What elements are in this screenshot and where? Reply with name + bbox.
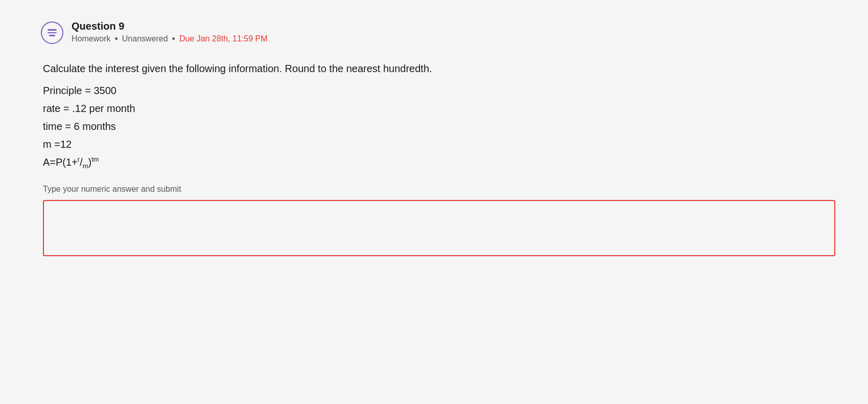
answer-input[interactable] [43, 200, 835, 256]
question-params: Principle = 3500 rate = .12 per month ti… [43, 82, 837, 172]
icon-inner [48, 29, 57, 36]
question-icon [41, 21, 63, 44]
category-label: Homework [72, 34, 110, 43]
status-badge: Unanswered [122, 34, 168, 43]
icon-line-1 [48, 29, 57, 31]
formula-sub: m [83, 162, 88, 170]
dot-1: • [114, 34, 118, 43]
icon-line-3 [49, 35, 55, 36]
formula-exp: tm [91, 155, 99, 163]
param-principle: Principle = 3500 [43, 82, 837, 100]
formula: A=P(1+r/m)tm [43, 153, 837, 172]
formula-sup: r [78, 155, 80, 163]
question-header: Question 9 Homework • Unanswered • Due J… [41, 20, 837, 44]
param-time: time = 6 months [43, 118, 837, 136]
param-m: m =12 [43, 136, 837, 153]
due-date: Due Jan 28th, 11:59 PM [179, 34, 268, 43]
icon-line-2 [48, 32, 57, 34]
param-rate: rate = .12 per month [43, 100, 837, 118]
question-subtitle: Homework • Unanswered • Due Jan 28th, 11… [72, 34, 267, 43]
question-body: Calculate the interest given the followi… [41, 60, 837, 258]
dot-2: • [172, 34, 175, 43]
question-meta: Question 9 Homework • Unanswered • Due J… [72, 20, 267, 43]
question-instruction: Calculate the interest given the followi… [43, 60, 837, 77]
question-title: Question 9 [72, 20, 267, 32]
page-container: Question 9 Homework • Unanswered • Due J… [0, 0, 868, 404]
answer-prompt: Type your numeric answer and submit [43, 185, 837, 194]
